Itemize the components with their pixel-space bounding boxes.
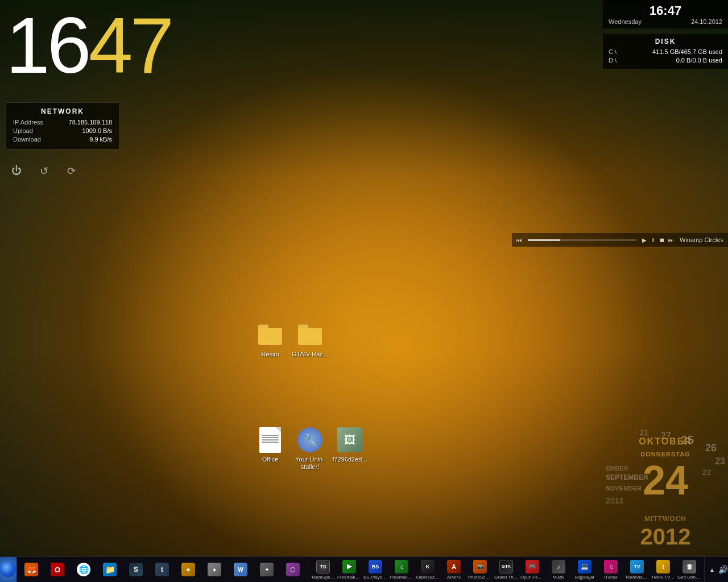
taskbar-aimp[interactable]: A AIMP3: [441, 558, 466, 581]
tray-expand-icon[interactable]: ▲: [709, 567, 715, 573]
winamp-pause-btn[interactable]: ⏸: [650, 237, 656, 243]
sleep-button[interactable]: ⟳: [63, 165, 79, 181]
taskbar-ql10[interactable]: ⬡: [280, 558, 305, 581]
photoscape-icon: 📷: [473, 560, 487, 573]
top-right-time: 16:47: [609, 3, 722, 18]
taskbar-geri[interactable]: 🗑 Geri Dönüşü...: [677, 558, 702, 581]
taskbar-explorer[interactable]: 📁: [97, 558, 122, 581]
disk-d-value: 0.0 B/0.0 B used: [676, 57, 722, 64]
calendar-day: 24: [643, 460, 688, 501]
ql6-glyph: ★: [185, 566, 191, 573]
explorer-icon: 📁: [103, 563, 117, 576]
explorer-glyph: 📁: [105, 565, 115, 574]
taskbar-tivibu[interactable]: t Tivibu TV Player: [651, 558, 676, 581]
doc-line-3: [262, 439, 279, 440]
clock-widget: 1647: [6, 6, 171, 85]
photo-label: f7296d2ed...: [330, 456, 370, 463]
bilgisayar-label: Bilgisayar: [575, 575, 595, 580]
taskbar-itunes[interactable]: ♫ iTunes: [598, 558, 623, 581]
calendar-daytext: MITTWOCH: [603, 516, 728, 522]
taskbar-bilgisayar[interactable]: 💻 Bilgisayar: [572, 558, 597, 581]
taskbar-ql8[interactable]: W: [228, 558, 253, 581]
taskbar: 🦊 O 🌐 📁 S t: [0, 556, 728, 582]
desktop-icon-office[interactable]: Office: [250, 426, 290, 463]
tumblr-glyph: t: [161, 566, 163, 573]
suspend-button[interactable]: ⏻: [9, 165, 24, 181]
disk-c-value: 411.5 GB/465.7 GB used: [652, 48, 722, 55]
tivibu-icon: t: [656, 560, 670, 573]
freemake-music-label: Freemake Music Box: [390, 575, 413, 580]
taskbar-gtaiv-app[interactable]: GTA Grand Theft Auto IV: [494, 558, 519, 581]
taskbar-teamspeak[interactable]: TS TeamSpeak 3 Client: [311, 558, 336, 581]
quick-launch-area: 🦊 O 🌐 📁 S t: [16, 557, 704, 582]
freemake-music-letter: ♫: [399, 563, 404, 570]
taskbar-bsplayer[interactable]: BS BS.Player FREE: [363, 558, 388, 581]
steam-glyph: S: [134, 566, 138, 573]
ql6-icon: ★: [181, 563, 195, 576]
top-right-date: 24.10.2012: [691, 18, 722, 25]
taskbar-ql7[interactable]: ♦: [202, 558, 227, 581]
taskbar-oyun[interactable]: 🎮 Oyun,Film,...: [520, 558, 545, 581]
tray-volume-icon[interactable]: 🔊: [718, 565, 728, 574]
cal-num-21: 21: [639, 429, 648, 436]
taskbar-tumblr[interactable]: t: [150, 558, 175, 581]
doc-lines: [259, 427, 281, 446]
photoscape-letter: 📷: [477, 564, 483, 569]
winamp-next-btn[interactable]: ⏭: [668, 237, 674, 243]
itunes-icon: ♫: [604, 560, 618, 573]
winamp-stop-btn[interactable]: ⏹: [659, 237, 665, 243]
ql10-glyph: ⬡: [290, 566, 296, 573]
desktop-icon-resim[interactable]: Resim: [250, 321, 290, 358]
firefox-icon: 🦊: [24, 563, 38, 576]
taskbar-firefox[interactable]: 🦊: [19, 558, 44, 581]
desktop-icon-gtaiv-raz[interactable]: GTAIV-Raz...: [290, 321, 330, 358]
opera-icon: O: [51, 563, 64, 576]
disk-d-row: D:\ 0.0 B/0.0 B used: [609, 57, 722, 64]
desktop-icon-uninstaller[interactable]: 🔧 Your Unin-staller!: [290, 426, 330, 471]
teamviewer-icon: TV: [630, 560, 644, 573]
taskbar-teamviewer[interactable]: TV TeamViewer 7: [624, 558, 650, 581]
aimp-icon: A: [447, 560, 461, 573]
taskbar-muzik[interactable]: ♪ Müzik: [546, 558, 571, 581]
start-button[interactable]: [0, 557, 16, 583]
office-icon: [257, 426, 284, 454]
bilgisayar-letter: 💻: [581, 563, 589, 570]
uninstall-icon-glyph: 🔧: [303, 433, 317, 447]
winamp-prev-btn[interactable]: ⏮: [516, 237, 522, 243]
doc-line-1: [262, 435, 279, 436]
taskbar-ql9[interactable]: ✦: [254, 558, 279, 581]
photo-icon: 🖼: [336, 426, 363, 454]
ql8-glyph: W: [238, 567, 243, 573]
top-right-date-row: Wednesday 24.10.2012: [609, 18, 722, 25]
taskbar-ql6[interactable]: ★: [176, 558, 201, 581]
doc-line-4: [262, 442, 279, 443]
geri-icon: 🗑: [682, 560, 696, 573]
geri-letter: 🗑: [686, 563, 693, 570]
taskbar-freemake-video[interactable]: ▶ Freemake Video Do...: [337, 558, 362, 581]
gtaiv-folder-icon: [296, 321, 324, 348]
restart-button[interactable]: ↺: [36, 165, 52, 181]
winamp-progress-bar[interactable]: [528, 239, 636, 241]
disk-widget: DISK C:\ 411.5 GB/465.7 GB used D:\ 0.0 …: [603, 34, 728, 69]
uninstall-icon-shape: 🔧: [297, 427, 322, 452]
taskbar-opera[interactable]: O: [45, 558, 70, 581]
aimp-letter: A: [452, 563, 456, 570]
clock-hours: 16: [6, 6, 89, 85]
kablosuz-letter: K: [426, 564, 430, 569]
taskbar-kablosuz[interactable]: K Kablosuz Guvenl...: [415, 558, 440, 581]
doc-line-2: [262, 437, 279, 438]
taskbar-photoscape[interactable]: 📷 PhotoScape: [468, 558, 493, 581]
desktop-icon-photo[interactable]: 🖼 f7296d2ed...: [330, 426, 370, 463]
cal-side-4: EMBER: [606, 465, 628, 472]
folder-shape-2: [298, 325, 322, 345]
bilgisayar-icon: 💻: [578, 560, 592, 573]
taskbar-steam[interactable]: S: [123, 558, 148, 581]
bsplayer-icon: BS: [369, 560, 382, 573]
network-upload-value: 1009.0 B/s: [82, 127, 112, 134]
ql9-icon: ✦: [260, 563, 274, 576]
folder-shape: [258, 325, 282, 345]
network-ip-value: 78.185.109.118: [69, 119, 112, 126]
taskbar-chrome[interactable]: 🌐: [71, 558, 96, 581]
taskbar-freemake-music[interactable]: ♫ Freemake Music Box: [389, 558, 414, 581]
winamp-play-btn[interactable]: ▶: [642, 237, 647, 243]
